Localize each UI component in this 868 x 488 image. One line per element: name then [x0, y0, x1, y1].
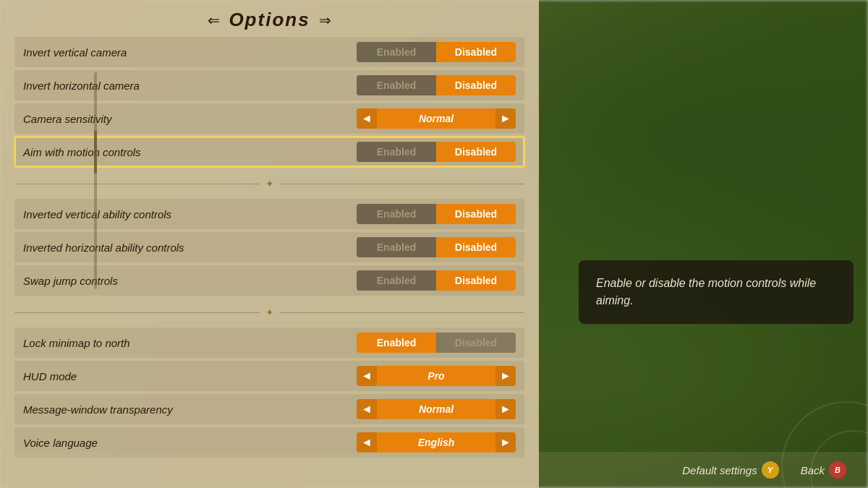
divider-icon-2: ✦	[265, 307, 274, 318]
toggle-enabled-invert-horizontal-camera[interactable]: Enabled	[357, 75, 436, 95]
arrow-voice-language[interactable]: ◄ English ►	[357, 432, 516, 453]
arrow-message-window-transparency[interactable]: ◄ Normal ►	[357, 399, 516, 419]
value-message-window-transparency: Normal	[377, 403, 495, 415]
setting-label-inverted-horizontal-ability: Inverted horizontal ability controls	[23, 241, 357, 254]
toggle-enabled-aim-with-motion-controls[interactable]: Enabled	[357, 142, 436, 162]
back-label: Back	[801, 464, 825, 476]
setting-row-invert-vertical-camera[interactable]: Invert vertical camera Enabled Disabled	[14, 37, 524, 67]
arrow-hud-mode[interactable]: ◄ Pro ►	[357, 366, 516, 386]
info-text: Enable or disable the motion controls wh…	[596, 275, 836, 309]
toggle-swap-jump-controls[interactable]: Enabled Disabled	[357, 270, 516, 291]
setting-label-inverted-vertical-ability: Inverted vertical ability controls	[23, 208, 357, 221]
setting-row-inverted-horizontal-ability[interactable]: Inverted horizontal ability controls Ena…	[14, 232, 524, 262]
toggle-enabled-inverted-vertical-ability[interactable]: Enabled	[357, 204, 436, 224]
setting-label-voice-language: Voice language	[23, 437, 357, 449]
setting-row-hud-mode[interactable]: HUD mode ◄ Pro ►	[14, 361, 524, 391]
divider-line-left-1	[14, 184, 260, 184]
info-panel: Enable or disable the motion controls wh…	[579, 260, 854, 324]
title-bar: ⇐ Options ⇒	[0, 0, 539, 37]
setting-label-camera-sensitivity: Camera sensitivity	[23, 113, 357, 125]
divider-icon-1: ✦	[265, 178, 274, 189]
divider-line-left-2	[14, 312, 260, 313]
toggle-disabled-inverted-horizontal-ability[interactable]: Disabled	[436, 237, 516, 257]
setting-label-hud-mode: HUD mode	[23, 370, 357, 382]
setting-row-inverted-vertical-ability[interactable]: Inverted vertical ability controls Enabl…	[14, 199, 524, 229]
title-arrow-left: ⇐	[208, 12, 220, 29]
setting-row-swap-jump-controls[interactable]: Swap jump controls Enabled Disabled	[14, 265, 524, 296]
toggle-enabled-swap-jump-controls[interactable]: Enabled	[357, 270, 436, 291]
default-settings-button[interactable]: Default settings Y	[682, 461, 778, 479]
arrow-left-camera-sensitivity[interactable]: ◄	[357, 108, 377, 129]
back-btn-icon: B	[829, 461, 846, 479]
divider-1: ✦	[14, 173, 524, 194]
value-voice-language: English	[377, 437, 495, 448]
setting-row-camera-sensitivity[interactable]: Camera sensitivity ◄ Normal ►	[14, 103, 524, 134]
arrow-left-hud-mode[interactable]: ◄	[357, 366, 377, 386]
toggle-disabled-aim-with-motion-controls[interactable]: Disabled	[436, 142, 516, 162]
default-settings-label: Default settings	[682, 464, 757, 476]
scrollbar-thumb[interactable]	[94, 130, 97, 174]
setting-label-aim-with-motion-controls: Aim with motion controls	[23, 146, 357, 158]
arrow-right-camera-sensitivity[interactable]: ►	[495, 108, 516, 129]
arrow-right-hud-mode[interactable]: ►	[495, 366, 516, 386]
default-settings-btn-icon: Y	[762, 461, 779, 479]
toggle-inverted-vertical-ability[interactable]: Enabled Disabled	[357, 204, 516, 224]
value-camera-sensitivity: Normal	[377, 113, 495, 124]
bottom-bar: Default settings Y Back B	[0, 452, 868, 488]
toggle-disabled-inverted-vertical-ability[interactable]: Disabled	[436, 204, 516, 224]
arrow-camera-sensitivity[interactable]: ◄ Normal ►	[357, 108, 516, 129]
divider-line-right-2	[280, 312, 525, 313]
toggle-disabled-swap-jump-controls[interactable]: Disabled	[436, 270, 516, 291]
divider-2: ✦	[14, 301, 524, 323]
setting-label-message-window-transparency: Message-window transparency	[23, 403, 357, 416]
toggle-enabled-inverted-horizontal-ability[interactable]: Enabled	[357, 237, 436, 257]
setting-row-lock-minimap[interactable]: Lock minimap to north Enabled Disabled	[14, 328, 524, 358]
toggle-disabled-invert-vertical-camera[interactable]: Disabled	[436, 42, 516, 62]
toggle-lock-minimap[interactable]: Enabled Disabled	[357, 333, 516, 353]
settings-list: Invert vertical camera Enabled Disabled …	[0, 37, 539, 488]
page-title: Options	[229, 9, 310, 31]
toggle-enabled-invert-vertical-camera[interactable]: Enabled	[357, 42, 436, 62]
toggle-aim-with-motion-controls[interactable]: Enabled Disabled	[357, 142, 516, 162]
setting-row-message-window-transparency[interactable]: Message-window transparency ◄ Normal ►	[14, 394, 524, 424]
title-arrow-right: ⇒	[319, 12, 331, 29]
arrow-right-message-window-transparency[interactable]: ►	[495, 399, 516, 419]
toggle-disabled-invert-horizontal-camera[interactable]: Disabled	[436, 75, 516, 95]
toggle-invert-horizontal-camera[interactable]: Enabled Disabled	[357, 75, 516, 95]
main-panel: ⇐ Options ⇒ Invert vertical camera Enabl…	[0, 0, 539, 488]
setting-row-aim-with-motion-controls[interactable]: Aim with motion controls Enabled Disable…	[14, 137, 524, 167]
toggle-inverted-horizontal-ability[interactable]: Enabled Disabled	[357, 237, 516, 257]
value-hud-mode: Pro	[377, 370, 495, 382]
back-button[interactable]: Back B	[801, 461, 846, 479]
setting-label-invert-horizontal-camera: Invert horizontal camera	[23, 80, 357, 92]
arrow-left-message-window-transparency[interactable]: ◄	[357, 399, 377, 419]
setting-label-lock-minimap: Lock minimap to north	[23, 337, 357, 349]
toggle-enabled-lock-minimap[interactable]: Enabled	[357, 333, 436, 353]
scrollbar[interactable]	[94, 72, 97, 289]
toggle-invert-vertical-camera[interactable]: Enabled Disabled	[357, 42, 516, 62]
setting-row-invert-horizontal-camera[interactable]: Invert horizontal camera Enabled Disable…	[14, 70, 524, 100]
toggle-disabled-lock-minimap[interactable]: Disabled	[436, 333, 516, 353]
arrow-right-voice-language[interactable]: ►	[495, 432, 516, 453]
divider-line-right-1	[280, 184, 525, 184]
arrow-left-voice-language[interactable]: ◄	[357, 432, 377, 453]
setting-label-invert-vertical-camera: Invert vertical camera	[23, 46, 357, 59]
setting-label-swap-jump-controls: Swap jump controls	[23, 275, 357, 287]
